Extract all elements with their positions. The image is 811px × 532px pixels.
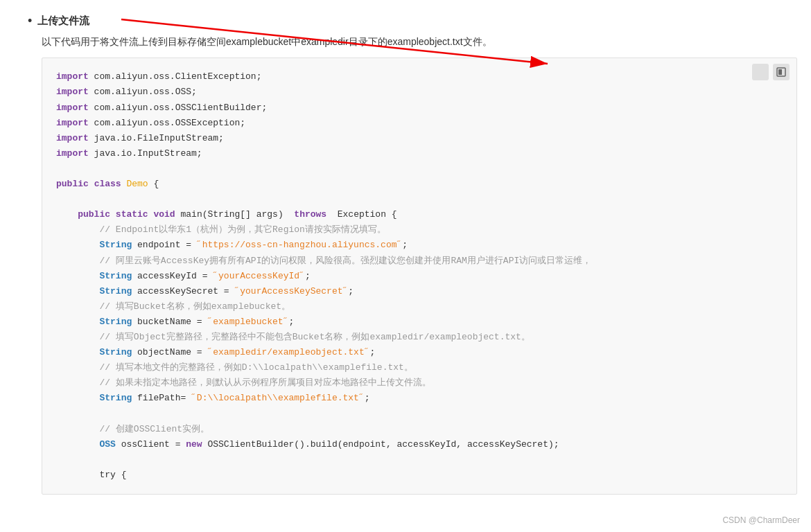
watermark-text: CSDN @CharmDeer xyxy=(722,515,800,525)
code-line-13: // 阿里云账号AccessKey拥有所有API的访问权限，风险很高。强烈建议您… xyxy=(56,254,783,269)
code-line-17: String bucketName = ˝examplebucket˝; xyxy=(56,314,783,330)
code-block: import com.aliyun.oss.ClientException; i… xyxy=(56,69,783,483)
section-title-text: 上传文件流 xyxy=(37,15,89,28)
description-text: 以下代码用于将文件流上传到目标存储空间examplebucket中example… xyxy=(42,34,797,49)
code-line-27: try { xyxy=(56,468,783,483)
code-line-4: import com.aliyun.oss.OSSException; xyxy=(56,116,783,131)
code-line-14: String accessKeyId = ˝yourAccessKeyId˝; xyxy=(56,269,783,284)
code-line-22: String filePath= ˝D:\\localpath\\example… xyxy=(56,391,783,406)
code-line-3: import com.aliyun.oss.OSSClientBuilder; xyxy=(56,100,783,116)
code-line-blank2 xyxy=(56,192,783,207)
copy-icon[interactable] xyxy=(752,64,769,80)
code-line-11: // Endpoint以华东1（杭州）为例，其它Region请按实际情况填写。 xyxy=(56,222,783,238)
code-line-6: import java.io.InputStream; xyxy=(56,146,783,161)
code-icons xyxy=(752,64,790,80)
code-line-blank3 xyxy=(56,406,783,421)
code-line-15: String accessKeySecret = ˝yourAccessKeyS… xyxy=(56,284,783,299)
code-line-21: // 如果未指定本地路径，则默认从示例程序所属项目对应本地路径中上传文件流。 xyxy=(56,375,783,391)
code-line-16: // 填写Bucket名称，例如examplebucket。 xyxy=(56,299,783,314)
code-line-20: // 填写本地文件的完整路径，例如D:\\localpath\\examplef… xyxy=(56,360,783,375)
code-line-blank1 xyxy=(56,161,783,177)
code-line-25: OSS ossClient = new OSSClientBuilder().b… xyxy=(56,437,783,452)
content-area: • 上传文件流 以下代码用于将文件流上传到目标存储空间examplebucket… xyxy=(0,0,811,508)
code-line-2: import com.aliyun.oss.OSS; xyxy=(56,85,783,100)
code-line-blank4 xyxy=(56,452,783,468)
code-line-18: // 填写Object完整路径，完整路径中不能包含Bucket名称，例如exam… xyxy=(56,330,783,345)
code-line-1: import com.aliyun.oss.ClientException; xyxy=(56,69,783,85)
code-line-5: import java.io.FileInputStream; xyxy=(56,131,783,146)
code-line-19: String objectName = ˝exampledir/exampleo… xyxy=(56,345,783,360)
code-line-24: // 创建OSSClient实例。 xyxy=(56,422,783,437)
code-line-10: public static void main(String[] args) t… xyxy=(56,207,783,222)
code-line-12: String endpoint = ˝https://oss-cn-hangzh… xyxy=(56,238,783,253)
expand-icon[interactable] xyxy=(773,64,790,80)
bullet-point: • xyxy=(28,14,32,28)
page-wrapper: • 上传文件流 以下代码用于将文件流上传到目标存储空间examplebucket… xyxy=(0,0,811,532)
section-title: • 上传文件流 xyxy=(28,14,797,28)
code-line-8: public class Demo { xyxy=(56,177,783,192)
svg-rect-3 xyxy=(778,69,782,75)
code-container: import com.aliyun.oss.ClientException; i… xyxy=(42,57,797,495)
